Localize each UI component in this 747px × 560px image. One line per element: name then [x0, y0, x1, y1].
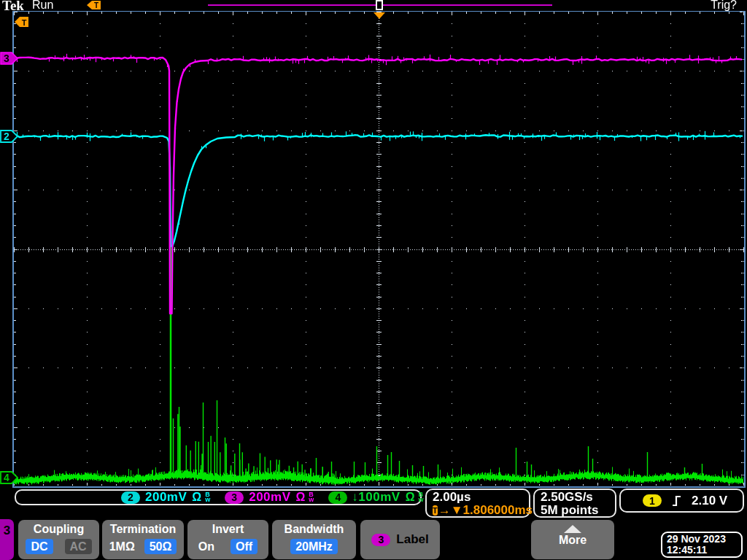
channel-4-readout[interactable]: 4 ↓ 100mV Ω Bw	[328, 490, 423, 505]
sample-rate: 2.50GS/s	[541, 491, 609, 504]
channel-3-scale: 200mV	[249, 490, 290, 505]
channel-4-scale: 100mV	[358, 490, 400, 505]
channel-2-readout[interactable]: 2 200mV Ω Bw	[121, 490, 210, 505]
trigger-position-arrow-icon[interactable]	[374, 12, 385, 19]
delay-arrows-icon: →▼	[438, 504, 463, 517]
trigger-readout-box[interactable]: 1 2.10 V	[619, 489, 744, 513]
invert-on-option[interactable]: On	[198, 540, 214, 553]
channel-4-badge-label: 4	[4, 472, 9, 483]
channel-3-readout[interactable]: 3 200mV Ω Bw	[225, 490, 314, 505]
invert-title: Invert	[187, 523, 268, 536]
termination-title: Termination	[102, 523, 184, 536]
delay-trigger-icon: T	[433, 505, 438, 516]
coupling-button[interactable]: Coupling DC AC	[18, 520, 99, 559]
channel-3-readout-badge[interactable]: 3	[225, 491, 244, 504]
channel-2-impedance: Ω	[192, 491, 201, 504]
record-view-position-marker[interactable]	[376, 0, 383, 10]
bandwidth-20mhz-option[interactable]: 20MHz	[290, 539, 338, 554]
channel-2-position-badge[interactable]: 2	[0, 129, 19, 144]
channel-4-readout-badge[interactable]: 4	[328, 491, 347, 504]
trigger-delay-readout: T →▼ 1.806000ms	[433, 504, 523, 517]
oscilloscope-screen: Tek Run Trig? T T 3 2 4 2 200mV Ω Bw	[0, 0, 747, 560]
trigger-level-flag-icon[interactable]: T	[14, 16, 29, 28]
coupling-dc-option[interactable]: DC	[26, 539, 53, 554]
trigger-level-flag-label: T	[22, 18, 27, 27]
channel-4-impedance: Ω	[406, 491, 415, 504]
channel-2-readout-badge[interactable]: 2	[121, 491, 140, 504]
channel-3-badge-label: 3	[4, 52, 9, 64]
delay-value: 1.806000ms	[463, 504, 533, 517]
record-trigger-flag-icon[interactable]: T	[87, 1, 101, 11]
acquisition-readout-box[interactable]: 2.50GS/s 5M points	[533, 489, 616, 518]
channel-4-position-badge[interactable]: 4	[0, 470, 19, 485]
menu-bar: 3 Coupling DC AC Termination 1MΩ 50Ω Inv…	[0, 518, 747, 560]
coupling-title: Coupling	[18, 523, 99, 536]
invert-button[interactable]: Invert On Off	[187, 520, 268, 559]
bandwidth-title: Bandwidth	[272, 523, 356, 536]
invert-off-option[interactable]: Off	[231, 539, 258, 554]
channel-4-invert-arrow-icon: ↓	[352, 490, 358, 505]
more-button[interactable]: More	[531, 520, 614, 559]
record-length: 5M points	[541, 504, 609, 517]
label-button[interactable]: 3 Label	[360, 520, 440, 559]
channel-3-bw-limit-icon: Bw	[309, 492, 314, 502]
bandwidth-button[interactable]: Bandwidth 20MHz	[272, 520, 356, 559]
date-value: 29 Nov 2023	[667, 534, 741, 545]
timebase-scale: 2.00µs	[433, 491, 523, 504]
acquisition-status: Run	[32, 0, 53, 12]
channel-3-impedance: Ω	[296, 491, 306, 504]
graticule-frame	[12, 10, 746, 488]
channel-2-scale: 200mV	[145, 490, 187, 505]
tek-logo: Tek	[2, 0, 24, 14]
datetime-box: 29 Nov 2023 12:45:11	[661, 532, 743, 558]
channel-3-menu-tab[interactable]: 3	[0, 519, 14, 560]
status-bar: Tek Run Trig? T	[0, 0, 747, 11]
channel-2-badge-label: 2	[4, 131, 9, 142]
label-channel-badge: 3	[371, 534, 390, 546]
trigger-source-badge[interactable]: 1	[643, 494, 662, 507]
time-value: 12:45:11	[667, 545, 741, 556]
rising-edge-slope-icon	[672, 494, 681, 507]
channel-2-bw-limit-icon: Bw	[205, 492, 210, 502]
more-title: More	[531, 534, 614, 547]
trigger-level-value: 2.10 V	[692, 494, 727, 508]
termination-1mohm-option[interactable]: 1MΩ	[109, 540, 135, 553]
coupling-ac-option[interactable]: AC	[65, 539, 92, 554]
record-trigger-flag-label: T	[94, 1, 98, 9]
label-title: Label	[396, 532, 428, 547]
channel-readouts-box[interactable]: 2 200mV Ω Bw 3 200mV Ω Bw 4 ↓ 100mV Ω Bw	[15, 489, 422, 505]
trigger-status: Trig?	[711, 0, 737, 12]
termination-button[interactable]: Termination 1MΩ 50Ω	[102, 520, 184, 559]
horizontal-readout-box[interactable]: 2.00µs T →▼ 1.806000ms	[425, 489, 530, 518]
more-up-arrow-icon	[564, 525, 581, 533]
termination-50ohm-option[interactable]: 50Ω	[144, 539, 177, 554]
channel-4-bw-limit-icon: Bw	[419, 492, 424, 502]
channel-3-position-badge[interactable]: 3	[0, 51, 19, 66]
